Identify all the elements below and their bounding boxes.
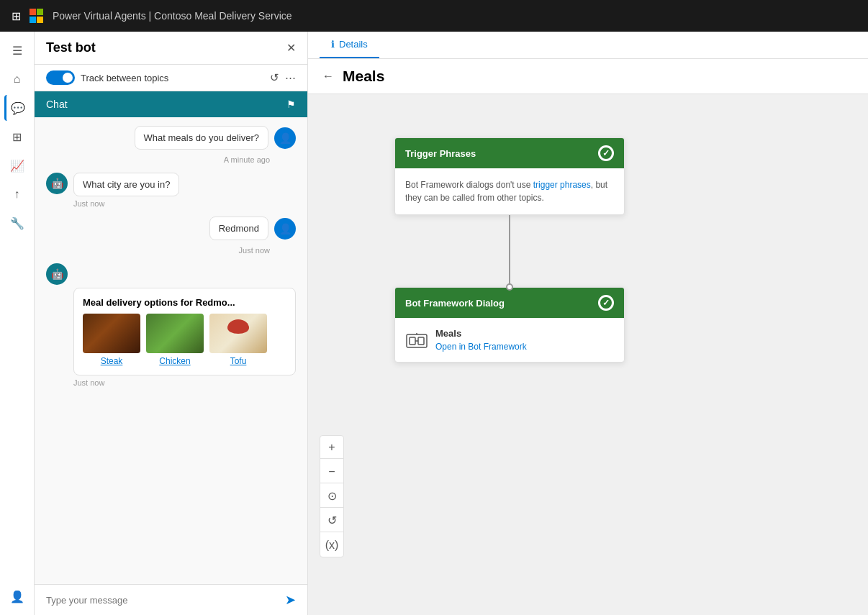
trigger-phrases-link[interactable]: trigger phrases xyxy=(533,180,591,190)
nav-analytics-icon[interactable]: 📈 xyxy=(4,152,30,178)
trigger-phrases-body: Bot Framework dialogs don't use trigger … xyxy=(395,168,624,214)
meal-card-title: Meal delivery options for Redmo... xyxy=(83,297,286,308)
user-bubble-2: Redmond xyxy=(209,217,268,240)
chat-tab[interactable]: Chat ⚑ xyxy=(35,91,307,117)
zoom-variable-button[interactable]: (x) xyxy=(320,534,343,557)
timestamp-1: A minute ago xyxy=(224,155,270,164)
tofu-label[interactable]: Tofu xyxy=(230,356,247,366)
flag-icon: ⚑ xyxy=(286,99,296,110)
user-message-1: What meals do you deliver? 👤 A minute ag… xyxy=(46,126,296,164)
trigger-phrases-header: Trigger Phrases ✓ xyxy=(395,138,624,168)
details-tab-bar: ℹ Details xyxy=(308,32,868,59)
chat-header-icons: ✕ xyxy=(286,41,296,55)
nav-user-icon[interactable]: 👤 xyxy=(4,583,30,609)
details-tab-label: Details xyxy=(339,39,368,50)
chat-messages: What meals do you deliver? 👤 A minute ag… xyxy=(35,117,307,584)
chat-panel-title: Test bot xyxy=(46,40,96,55)
nav-chat-icon[interactable]: 💬 xyxy=(4,95,30,121)
steak-label[interactable]: Steak xyxy=(101,356,123,366)
svg-rect-2 xyxy=(418,337,424,345)
zoom-reset-button[interactable]: ↺ xyxy=(320,509,343,532)
waffle-icon[interactable]: ⊞ xyxy=(12,9,21,23)
track-topics-toggle[interactable] xyxy=(46,70,75,85)
topic-title: Meals xyxy=(343,68,384,85)
meal-items: Steak Chicken Tofu xyxy=(83,314,286,366)
close-icon[interactable]: ✕ xyxy=(286,41,296,55)
meal-item-tofu: Tofu xyxy=(209,314,267,366)
user-message-2: Redmond 👤 Just now xyxy=(46,217,296,255)
zoom-controls: + − ⊙ ↺ (x) xyxy=(320,435,344,557)
connector-line xyxy=(509,215,510,287)
chicken-image xyxy=(146,314,204,353)
nav-topics-icon[interactable]: ⊞ xyxy=(4,124,30,150)
details-tab[interactable]: ℹ Details xyxy=(320,32,379,58)
app-title: Power Virtual Agents | Contoso Meal Deli… xyxy=(53,10,292,22)
tofu-image xyxy=(209,314,267,353)
bot-framework-header: Bot Framework Dialog ✓ xyxy=(395,288,624,318)
bot-framework-title: Bot Framework Dialog xyxy=(405,298,505,309)
toolbar-icons: ↺ ⋯ xyxy=(270,71,296,84)
topic-header: ← Meals xyxy=(308,59,868,94)
svg-rect-1 xyxy=(410,337,415,345)
send-button[interactable]: ➤ xyxy=(285,592,296,608)
user-avatar-1: 👤 xyxy=(274,127,296,149)
left-nav: ☰ ⌂ 💬 ⊞ 📈 ↑ 🔧 👤 xyxy=(0,32,35,615)
main-content: ℹ Details ← Meals Trigger Phrases ✓ Bo xyxy=(308,32,868,615)
bot-dialog-title: Meals xyxy=(435,328,527,339)
bot-bubble-1: What city are you in? xyxy=(73,173,179,196)
chat-header: Test bot ✕ xyxy=(35,32,307,65)
node-icon-area: Meals Open in Bot Framework xyxy=(395,318,624,362)
user-bubble-1: What meals do you deliver? xyxy=(135,126,268,150)
chat-tab-row: Chat ⚑ xyxy=(35,91,307,117)
bot-avatar-2: 🤖 xyxy=(46,263,68,285)
nodes-container: Trigger Phrases ✓ Bot Framework dialogs … xyxy=(394,137,625,363)
zoom-fit-button[interactable]: ⊙ xyxy=(320,485,343,508)
meal-item-steak: Steak xyxy=(83,314,140,366)
bot-message-1: 🤖 What city are you in? Just now xyxy=(46,173,296,208)
canvas-area[interactable]: Trigger Phrases ✓ Bot Framework dialogs … xyxy=(308,94,868,615)
back-button[interactable]: ← xyxy=(322,70,334,83)
connector-dot xyxy=(506,283,513,291)
bot-framework-node: Bot Framework Dialog ✓ xyxy=(394,287,625,363)
nav-publish-icon[interactable]: ↑ xyxy=(4,181,30,207)
track-topics-label: Track between topics xyxy=(81,73,168,83)
user-avatar-2: 👤 xyxy=(274,218,296,240)
bot-framework-icon xyxy=(405,329,428,352)
bot-avatar-1: 🤖 xyxy=(46,173,68,194)
chicken-label[interactable]: Chicken xyxy=(159,356,190,366)
trigger-phrases-title: Trigger Phrases xyxy=(405,148,476,159)
trigger-phrases-node: Trigger Phrases ✓ Bot Framework dialogs … xyxy=(394,137,625,215)
more-options-icon[interactable]: ⋯ xyxy=(285,71,296,84)
bot-card-message: 🤖 Meal delivery options for Redmo... Ste… xyxy=(46,263,296,387)
info-icon: ℹ xyxy=(331,39,335,50)
chat-input[interactable] xyxy=(46,595,279,606)
zoom-out-button[interactable]: − xyxy=(320,460,343,483)
chat-toolbar: Track between topics ↺ ⋯ xyxy=(35,65,307,91)
node-icon-text: Meals Open in Bot Framework xyxy=(435,328,527,352)
timestamp-2: Just now xyxy=(239,246,270,255)
steak-image xyxy=(83,314,140,353)
meal-card: Meal delivery options for Redmo... Steak… xyxy=(73,288,296,375)
open-bot-framework-link[interactable]: Open in Bot Framework xyxy=(435,342,527,352)
chat-panel: Test bot ✕ Track between topics ↺ ⋯ Chat… xyxy=(35,32,308,615)
toggle-container: Track between topics xyxy=(46,70,168,85)
topbar: ⊞ Power Virtual Agents | Contoso Meal De… xyxy=(0,0,868,32)
nav-settings-icon[interactable]: 🔧 xyxy=(4,210,30,236)
chat-input-row: ➤ xyxy=(35,584,307,615)
chat-tab-label: Chat xyxy=(46,99,68,110)
trigger-check-icon: ✓ xyxy=(598,145,614,161)
bot-framework-check-icon: ✓ xyxy=(598,295,614,311)
bot-timestamp-1: Just now xyxy=(73,199,296,208)
refresh-icon[interactable]: ↺ xyxy=(270,71,279,84)
bot-timestamp-2: Just now xyxy=(73,378,296,387)
ms-logo xyxy=(30,9,44,23)
meal-item-chicken: Chicken xyxy=(146,314,204,366)
zoom-in-button[interactable]: + xyxy=(320,436,343,459)
nav-menu-icon[interactable]: ☰ xyxy=(4,37,30,63)
nav-home-icon[interactable]: ⌂ xyxy=(4,66,30,92)
